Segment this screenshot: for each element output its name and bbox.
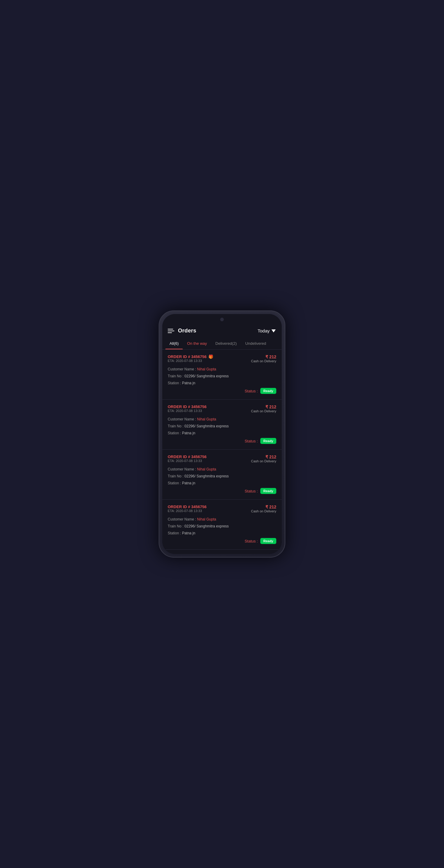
order-card[interactable]: ORDER ID # 3456756 ETA: 2020-07-08 13:33… (162, 500, 282, 550)
train-row: Train No : 02296/ Sanghmitra express (168, 473, 276, 478)
order-amount: ₹ 212 (251, 354, 276, 359)
customer-label: Customer Name : (168, 417, 197, 421)
train-label: Train No : (168, 524, 185, 528)
order-id: ORDER ID # 3456756 🎁 (168, 354, 213, 359)
customer-label: Customer Name : (168, 517, 197, 521)
order-id: ORDER ID # 3456756 (168, 455, 207, 459)
customer-row: Customer Name : Nihal Gupta (168, 366, 276, 372)
order-card[interactable]: ORDER ID # 3456756 ETA: 2020-07-08 13:33… (162, 400, 282, 450)
payment-method: Cash on Delivery (251, 359, 276, 363)
date-filter-button[interactable]: Today (258, 328, 276, 333)
tabs-container: All(6) On the way Delivered(2) Undeliver… (162, 338, 282, 350)
train-row: Train No : 02296/ Sanghmitra express (168, 423, 276, 429)
customer-row: Customer Name : Nihal Gupta (168, 416, 276, 422)
train-value: 02296/ Sanghmitra express (185, 474, 229, 478)
station-row: Station : Patna jn (168, 430, 276, 435)
train-value: 02296/ Sanghmitra express (185, 524, 229, 528)
order-card[interactable]: ORDER ID # 3456756 ETA: 2020-07-08 13:33… (162, 550, 282, 554)
menu-icon[interactable] (168, 329, 174, 333)
tab-undelivered[interactable]: Undelivered (241, 338, 270, 349)
status-badge: Ready (260, 438, 276, 444)
train-row: Train No : 02296/ Sanghmitra express (168, 373, 276, 378)
status-label: Status : (245, 389, 258, 393)
page-title: Orders (178, 328, 196, 334)
station-row: Station : Patna jn (168, 480, 276, 486)
status-badge: Ready (260, 488, 276, 494)
app-header: Orders Today (162, 324, 282, 338)
order-top-row: ORDER ID # 3456756 🎁 ETA: 2020-07-08 13:… (168, 354, 276, 366)
order-top-row: ORDER ID # 3456756 ETA: 2020-07-08 13:33… (168, 404, 276, 415)
order-top-row: ORDER ID # 3456756 ETA: 2020-07-08 13:33… (168, 455, 276, 466)
order-eta: ETA: 2020-07-08 13:33 (168, 409, 207, 412)
customer-name: Nihal Gupta (197, 517, 216, 521)
station-label: Station : (168, 431, 182, 435)
header-left: Orders (168, 328, 196, 334)
dropdown-arrow-icon (271, 330, 276, 333)
train-label: Train No : (168, 374, 185, 378)
camera-notch (220, 318, 224, 321)
order-amount: ₹ 212 (251, 404, 276, 409)
station-label: Station : (168, 531, 182, 535)
station-label: Station : (168, 381, 182, 385)
customer-row: Customer Name : Nihal Gupta (168, 516, 276, 522)
order-bottom-row: Status : Ready (168, 488, 276, 494)
phone-screen: Orders Today All(6) On the way (162, 314, 282, 554)
customer-name: Nihal Gupta (197, 367, 216, 371)
train-value: 02296/ Sanghmitra express (185, 424, 229, 428)
tabs: All(6) On the way Delivered(2) Undeliver… (165, 338, 279, 349)
order-card[interactable]: ORDER ID # 3456756 🎁 ETA: 2020-07-08 13:… (162, 350, 282, 400)
station-label: Station : (168, 481, 182, 485)
gift-icon: 🎁 (208, 354, 213, 359)
train-value: 02296/ Sanghmitra express (185, 374, 229, 378)
payment-method: Cash on Delivery (251, 509, 276, 513)
station-value: Patna jn (182, 381, 195, 385)
station-value: Patna jn (182, 531, 195, 535)
orders-list: ORDER ID # 3456756 🎁 ETA: 2020-07-08 13:… (162, 350, 282, 554)
tab-delivered[interactable]: Delivered(2) (211, 338, 241, 349)
station-value: Patna jn (182, 431, 195, 435)
order-card[interactable]: ORDER ID # 3456756 ETA: 2020-07-08 13:33… (162, 450, 282, 500)
payment-method: Cash on Delivery (251, 409, 276, 413)
status-label: Status : (245, 439, 258, 443)
station-row: Station : Patna jn (168, 380, 276, 385)
order-bottom-row: Status : Ready (168, 438, 276, 444)
status-label: Status : (245, 539, 258, 544)
status-badge: Ready (260, 538, 276, 544)
customer-label: Customer Name : (168, 467, 197, 471)
order-id: ORDER ID # 3456756 (168, 504, 207, 509)
phone-device: Orders Today All(6) On the way (159, 310, 285, 558)
train-label: Train No : (168, 474, 185, 478)
station-value: Patna jn (182, 481, 195, 485)
order-bottom-row: Status : Ready (168, 538, 276, 544)
customer-name: Nihal Gupta (197, 467, 216, 471)
tab-on-the-way[interactable]: On the way (183, 338, 211, 349)
order-bottom-row: Status : Ready (168, 388, 276, 394)
customer-label: Customer Name : (168, 367, 197, 371)
order-eta: ETA: 2020-07-08 13:33 (168, 509, 207, 513)
order-eta: ETA: 2020-07-08 13:33 (168, 459, 207, 463)
screen-content: Orders Today All(6) On the way (162, 314, 282, 554)
date-filter-label: Today (258, 328, 270, 333)
status-label: Status : (245, 489, 258, 493)
order-amount: ₹ 212 (251, 504, 276, 509)
train-row: Train No : 02296/ Sanghmitra express (168, 523, 276, 529)
station-row: Station : Patna jn (168, 530, 276, 535)
order-amount: ₹ 212 (251, 455, 276, 459)
order-top-row: ORDER ID # 3456756 ETA: 2020-07-08 13:33… (168, 504, 276, 516)
order-id: ORDER ID # 3456756 (168, 404, 207, 409)
customer-name: Nihal Gupta (197, 417, 216, 421)
customer-row: Customer Name : Nihal Gupta (168, 466, 276, 472)
tab-all[interactable]: All(6) (165, 338, 183, 349)
order-eta: ETA: 2020-07-08 13:33 (168, 359, 213, 363)
train-label: Train No : (168, 424, 185, 428)
status-badge: Ready (260, 388, 276, 394)
payment-method: Cash on Delivery (251, 459, 276, 463)
